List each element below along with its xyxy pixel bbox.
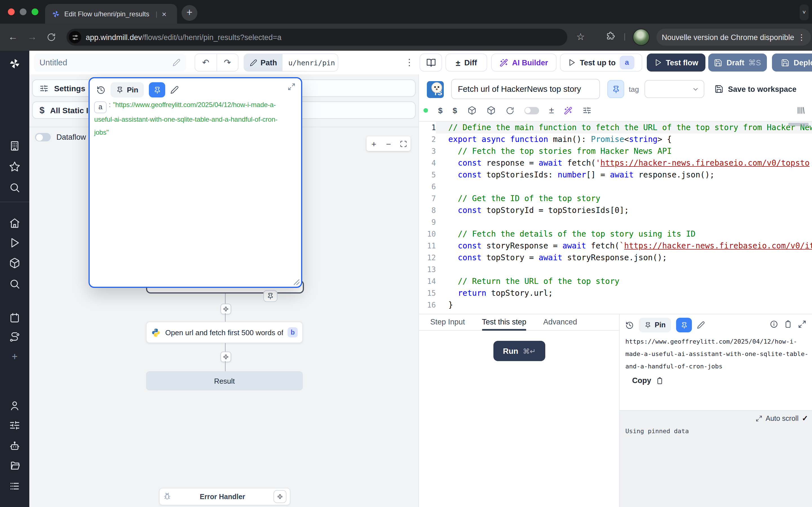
chrome-update-button[interactable]: Nouvelle version de Chrome disponible ⋮ <box>656 29 811 46</box>
zoom-in-button[interactable]: + <box>366 139 381 149</box>
deploy-button[interactable]: Deploy <box>772 54 812 71</box>
tab-test-this-step[interactable]: Test this step <box>482 314 526 330</box>
pinned-json-viewer[interactable]: a:"https://www.geoffreylitt.com/2025/04/… <box>94 99 297 139</box>
node-a-pin-badge[interactable] <box>263 290 277 302</box>
editor-settings-gear-icon[interactable] <box>583 106 592 115</box>
error-handler-node[interactable]: Error Handler <box>159 488 290 505</box>
test-up-to-button[interactable]: Test up to a <box>560 54 642 71</box>
reload-deps-icon[interactable] <box>506 106 514 115</box>
bookmark-star-icon[interactable]: ☆ <box>576 31 585 43</box>
reload-button[interactable] <box>47 33 56 42</box>
sidebar-resources-icon[interactable] <box>9 278 20 290</box>
step-name-input[interactable]: Fetch url of HackerNews top story <box>451 79 600 99</box>
editor-scrollbar[interactable] <box>788 123 809 126</box>
fit-view-button[interactable] <box>396 140 410 147</box>
sidebar-logs-list-icon[interactable] <box>9 481 20 492</box>
pin-active-button[interactable] <box>149 82 165 98</box>
sidebar-workspace-icon[interactable] <box>9 140 20 152</box>
save-to-workspace-button[interactable]: Save to workspace <box>714 80 797 98</box>
copy-button[interactable]: Copy <box>632 376 664 385</box>
expand-popup-icon[interactable] <box>288 83 296 91</box>
run-button[interactable]: Run ⌘↵ <box>493 341 545 361</box>
diff-plusminus-icon[interactable]: ± <box>549 105 554 115</box>
tab-step-input[interactable]: Step Input <box>430 314 465 330</box>
flow-node-b[interactable]: Open url and fetch first 500 words of ..… <box>146 322 303 343</box>
pin-toggle-button[interactable]: Pin <box>110 82 144 98</box>
toolbar-kebab-icon[interactable]: ⋮ <box>404 54 415 71</box>
popup-resize-handle[interactable] <box>294 279 299 285</box>
window-zoom-button[interactable] <box>32 8 38 15</box>
extensions-puzzle-icon[interactable] <box>606 32 615 41</box>
zoom-out-button[interactable]: − <box>381 139 396 149</box>
site-settings-icon[interactable] <box>69 31 81 43</box>
sidebar-favorites-icon[interactable] <box>9 161 20 172</box>
test-flow-button[interactable]: Test flow <box>647 54 705 71</box>
flow-editor-toolbar: Untitled ↶ ↷ Path u/henri/pin ⋮ ± <box>29 51 812 75</box>
history-icon[interactable] <box>96 86 105 94</box>
tag-select[interactable] <box>645 80 704 98</box>
flow-node-result[interactable]: Result <box>146 371 303 390</box>
static-inputs-icon[interactable]: $ <box>438 106 443 115</box>
insert-step-button-2[interactable] <box>220 351 231 362</box>
chrome-menu-kebab-icon[interactable]: ⋮ <box>798 33 806 42</box>
sidebar-runs-icon[interactable] <box>9 237 20 248</box>
package-icon[interactable] <box>486 106 495 115</box>
undo-button[interactable]: ↶ <box>195 57 216 68</box>
diff-button[interactable]: ± Diff <box>446 54 487 71</box>
tab-overflow-chevron-icon[interactable]: ˅ <box>800 4 809 20</box>
flow-name-field[interactable]: Untitled <box>34 54 186 71</box>
sidebar-users-icon[interactable] <box>9 400 20 411</box>
result-pin-active-button[interactable] <box>676 318 692 332</box>
window-close-button[interactable] <box>8 8 15 15</box>
library-columns-icon[interactable] <box>796 104 805 117</box>
json-key-badge[interactable]: a <box>94 101 107 113</box>
editor-toggle[interactable] <box>524 107 539 114</box>
auto-scroll-control[interactable]: Auto scroll ✓ <box>755 414 808 422</box>
path-group[interactable]: Path u/henri/pin <box>244 54 338 71</box>
redo-button[interactable]: ↷ <box>217 57 238 68</box>
insert-step-button-1[interactable] <box>220 304 231 314</box>
ai-wand-icon[interactable] <box>564 106 573 115</box>
step-pin-button[interactable] <box>607 80 624 98</box>
copy-result-clipboard-icon[interactable] <box>784 320 792 328</box>
test-up-to-step-badge[interactable]: a <box>620 56 635 69</box>
tab-close-icon[interactable]: × <box>158 9 170 18</box>
tab-advanced[interactable]: Advanced <box>543 314 577 330</box>
variables-icon[interactable]: $ <box>453 106 457 115</box>
profile-avatar[interactable] <box>633 29 650 46</box>
fullscreen-result-icon[interactable] <box>798 320 806 328</box>
info-icon[interactable] <box>770 320 778 328</box>
history-icon[interactable] <box>625 321 634 329</box>
new-tab-button[interactable]: + <box>182 5 197 21</box>
sidebar-ai-robot-icon[interactable] <box>9 441 20 452</box>
package-icon[interactable] <box>467 106 476 115</box>
sidebar-variables-icon[interactable] <box>9 258 20 269</box>
sidebar-schedules-icon[interactable] <box>9 312 20 323</box>
result-pin-toggle-button[interactable]: Pin <box>639 318 671 332</box>
edit-name-pencil-icon[interactable] <box>172 59 181 66</box>
sidebar-search-icon[interactable] <box>9 182 20 193</box>
sidebar-settings-gear-icon[interactable] <box>9 420 20 431</box>
ai-builder-label: AI Builder <box>512 58 548 67</box>
sidebar-home-icon[interactable] <box>9 217 20 229</box>
back-button[interactable]: ← <box>3 32 22 43</box>
ai-builder-button[interactable]: AI Builder <box>491 54 557 71</box>
expand-logs-icon[interactable] <box>755 415 762 421</box>
sidebar-folders-icon[interactable] <box>9 460 20 471</box>
forward-button[interactable]: → <box>22 32 42 43</box>
edit-pinned-pencil-icon[interactable] <box>170 86 179 94</box>
window-minimize-button[interactable] <box>20 8 27 15</box>
draft-button[interactable]: Draft ⌘S <box>708 54 767 71</box>
pinned-result-value[interactable]: https://www.geoffreylitt.com/2025/04/12/… <box>625 336 809 373</box>
sidebar-add-icon[interactable]: + <box>9 351 20 362</box>
sidebar-flows-route-icon[interactable] <box>9 332 20 343</box>
add-error-handler-button[interactable] <box>273 490 287 503</box>
dataflow-toggle[interactable] <box>35 133 51 142</box>
url-bar[interactable]: app.windmill.dev/flows/edit/u/henri/pin_… <box>66 29 567 46</box>
windmill-logo-icon[interactable] <box>9 58 20 69</box>
tag-label: tag <box>629 85 639 94</box>
docs-button[interactable] <box>419 54 442 71</box>
code-editor[interactable]: 1// Define the main function to fetch th… <box>419 122 812 314</box>
browser-tab[interactable]: Edit Flow u/henri/pin_results | × <box>45 4 177 24</box>
edit-result-pencil-icon[interactable] <box>697 321 705 329</box>
